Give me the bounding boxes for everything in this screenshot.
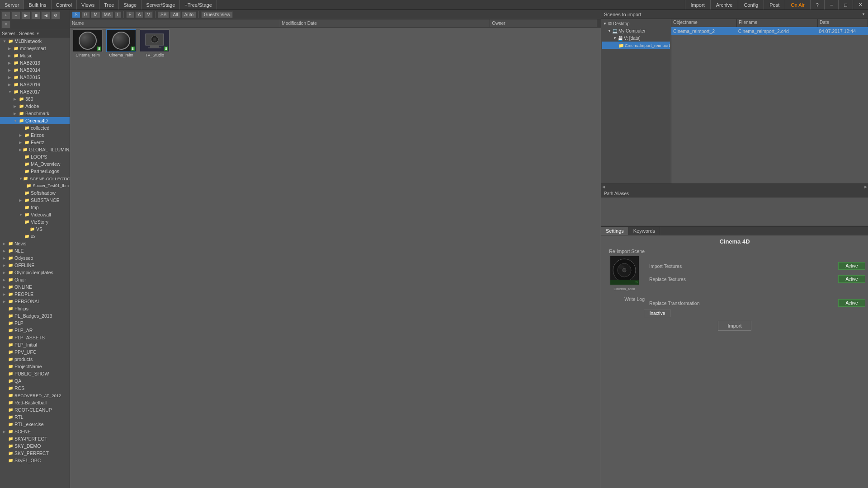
- tab-settings[interactable]: Settings: [601, 227, 629, 235]
- tb-del[interactable]: −: [11, 11, 20, 19]
- tree-item-rtlexercise[interactable]: 📁 RTL_exercise: [0, 421, 70, 428]
- menu-views[interactable]: Views: [77, 0, 99, 9]
- center-content[interactable]: S Cinema_reim S Cinema_reim: [70, 28, 601, 488]
- tree-item-xx[interactable]: 📁 xx: [0, 233, 70, 240]
- menu-builtins[interactable]: Built Ins: [24, 0, 51, 9]
- tree-item-olympictemplates[interactable]: ▶ 📁 OlympicTemplates: [0, 269, 70, 276]
- tree-item-cinema4d[interactable]: ▼ 📁 Cinema4D: [0, 117, 70, 124]
- view-btn-f[interactable]: F: [126, 11, 134, 18]
- tree-item-rtl[interactable]: 📁 RTL: [0, 413, 70, 421]
- view-btn-i[interactable]: I: [114, 11, 121, 18]
- tree-item-globalill[interactable]: ▶ 📁 GLOBAL_ILLUMINATI: [0, 146, 70, 153]
- tree-item-360[interactable]: ▶ 📁 360: [0, 95, 70, 103]
- menu-serverstage[interactable]: Server/Stage: [142, 0, 180, 9]
- tree-item-partnerlogos[interactable]: 📁 PartnerLogos: [0, 168, 70, 175]
- tree-item-philips[interactable]: 📁 Philips: [0, 305, 70, 312]
- view-btn-v[interactable]: V: [144, 11, 153, 18]
- thumbnail-1[interactable]: S Cinema_reim: [105, 29, 137, 57]
- view-btn-auto[interactable]: Auto: [182, 11, 197, 18]
- tree-item-skyperfect2[interactable]: 📁 SKY_PERFECT: [0, 450, 70, 457]
- tree-item-collected[interactable]: 📁 collected: [0, 124, 70, 131]
- tree-item-vizstory[interactable]: 📁 VizStory: [0, 218, 70, 225]
- dropdown-arrow[interactable]: ▼: [862, 12, 865, 16]
- menu-tree[interactable]: Tree: [99, 0, 119, 9]
- tree-item-maoverview[interactable]: 📁 MA_Overview: [0, 160, 70, 168]
- tree-item-publicshow[interactable]: 📁 PUBLIC_SHOW: [0, 370, 70, 377]
- tree-item-mlbnetwork[interactable]: ▼ 📁 MLBNetwork: [0, 38, 70, 45]
- left-tree[interactable]: ▼ 📁 MLBNetwork ▶ 📁 moneysmart ▶ 📁 Music …: [0, 38, 70, 488]
- tb-back[interactable]: ◀: [41, 11, 50, 19]
- tree-item-skyperfect[interactable]: 📁 SKY-PERFECT: [0, 435, 70, 442]
- tree-item-nab2014[interactable]: ▶ 📁 NAB2014: [0, 66, 70, 74]
- btn-archive[interactable]: Archive: [710, 0, 738, 9]
- tree-item-plpar[interactable]: 📁 PLP_AR: [0, 327, 70, 334]
- tree-item-vs[interactable]: 📁 VS: [0, 225, 70, 233]
- btn-onair[interactable]: On Air: [785, 0, 810, 9]
- import-button[interactable]: Import: [718, 321, 751, 331]
- view-btn-a[interactable]: A: [135, 11, 144, 18]
- replace-transform-badge[interactable]: Active: [838, 299, 865, 307]
- scroll-right[interactable]: ▶: [864, 185, 867, 189]
- tree-item-substance[interactable]: ▶ 📁 SUBSTANCE: [0, 197, 70, 204]
- tree-item-odysseo[interactable]: ▶ 📁 Odysseo: [0, 254, 70, 262]
- tree-item-loops[interactable]: 📁 LOOPS: [0, 153, 70, 160]
- tree-item-plpassets[interactable]: 📁 PLP_ASSETS: [0, 334, 70, 341]
- tb-stop[interactable]: ⏹: [31, 11, 40, 19]
- tree-item-plp[interactable]: 📁 PLP: [0, 319, 70, 327]
- tree-item-offline[interactable]: ▶ 📁 OFFLINE: [0, 262, 70, 269]
- tree-item-music[interactable]: ▶ 📁 Music: [0, 52, 70, 59]
- view-btn-sb[interactable]: SB: [158, 11, 169, 18]
- tree-item-benchmark[interactable]: ▶ 📁 Benchmark: [0, 110, 70, 117]
- tree-item-products[interactable]: 📁 products: [0, 356, 70, 363]
- tb-add[interactable]: +: [1, 11, 10, 19]
- view-guest[interactable]: Guest's View: [201, 11, 233, 18]
- tree-item-soccer[interactable]: 📁 Soccer_Test01_fbm: [0, 182, 70, 189]
- tree-item-skydemo[interactable]: 📁 SKY_DEMO: [0, 442, 70, 450]
- tree-item-projectname[interactable]: 📁 ProjectName: [0, 363, 70, 370]
- view-btn-s[interactable]: S: [72, 11, 80, 18]
- btn-post[interactable]: Post: [764, 0, 785, 9]
- tree-item-people[interactable]: ▶ 📁 PEOPLE: [0, 291, 70, 298]
- tree-item-nab2013[interactable]: ▶ 📁 NAB2013: [0, 59, 70, 66]
- btn-config[interactable]: Config: [738, 0, 764, 9]
- path-aliases-content[interactable]: [601, 197, 868, 225]
- btn-min[interactable]: −: [824, 0, 838, 9]
- ftree-mycomputer[interactable]: ▼ 💻 My Computer: [602, 27, 670, 34]
- view-btn-ma[interactable]: MA: [101, 11, 113, 18]
- tree-item-rcs[interactable]: 📁 RCS: [0, 385, 70, 392]
- tree-item-moneysmart[interactable]: ▶ 📁 moneysmart: [0, 45, 70, 52]
- file-list[interactable]: Objectname Filename Date Cinema_reimport…: [671, 19, 868, 183]
- scroll-left[interactable]: ◀: [602, 185, 605, 189]
- tb-menu[interactable]: ≡: [1, 20, 10, 28]
- tab-keywords[interactable]: Keywords: [629, 227, 660, 235]
- btn-max[interactable]: □: [838, 0, 853, 9]
- tree-item-nle[interactable]: ▶ 📁 NLE: [0, 247, 70, 254]
- tree-item-online[interactable]: ▶ 📁 ONLINE: [0, 283, 70, 291]
- tree-item-scene[interactable]: ▶ 📁 SCENE: [0, 428, 70, 435]
- tree-item-adobe[interactable]: ▶ 📁 Adobe: [0, 103, 70, 110]
- file-tree[interactable]: ▼ 🖥 Desktop ▼ 💻 My Computer ▼ 💾 V: [data…: [601, 19, 671, 183]
- btn-import[interactable]: Import: [685, 0, 710, 9]
- tree-item-skyf1[interactable]: 📁 SkyF1_OBC: [0, 457, 70, 464]
- tree-item-softshadow[interactable]: 📁 Softshadow: [0, 189, 70, 197]
- btn-help[interactable]: ?: [810, 0, 824, 9]
- tree-item-news[interactable]: ▶ 📁 News: [0, 240, 70, 247]
- write-log-badge[interactable]: Inactive: [644, 310, 671, 317]
- thumbnail-2[interactable]: S TV_Studio: [139, 29, 170, 57]
- ftree-desktop[interactable]: ▼ 🖥 Desktop: [602, 20, 670, 27]
- menu-treestage[interactable]: +Tree/Stage: [180, 0, 217, 9]
- tree-item-tmp[interactable]: 📁 tmp: [0, 204, 70, 211]
- btn-close[interactable]: ✕: [853, 0, 868, 9]
- tree-item-recovered[interactable]: 📁 RECOVERED_AT_2012: [0, 392, 70, 399]
- tree-item-evertz[interactable]: ▶ 📁 Evertz: [0, 139, 70, 146]
- menu-control[interactable]: Control: [52, 0, 77, 9]
- menu-server[interactable]: Server: [0, 0, 24, 9]
- thumbnail-0[interactable]: S Cinema_reim: [72, 29, 104, 57]
- ftree-cinemaimport[interactable]: 📁 CinemaImport_reimport: [602, 42, 670, 49]
- import-textures-badge[interactable]: Active: [838, 262, 865, 270]
- tree-item-redbasketball[interactable]: 📁 Red-Basketball: [0, 399, 70, 406]
- view-btn-g[interactable]: G: [81, 11, 90, 18]
- replace-textures-badge[interactable]: Active: [838, 275, 865, 283]
- tree-item-plbadges[interactable]: 📁 PL_Badges_2013: [0, 312, 70, 319]
- file-row-0[interactable]: Cinema_reimport_2 Cinema_reimport_2.c4d …: [671, 27, 868, 35]
